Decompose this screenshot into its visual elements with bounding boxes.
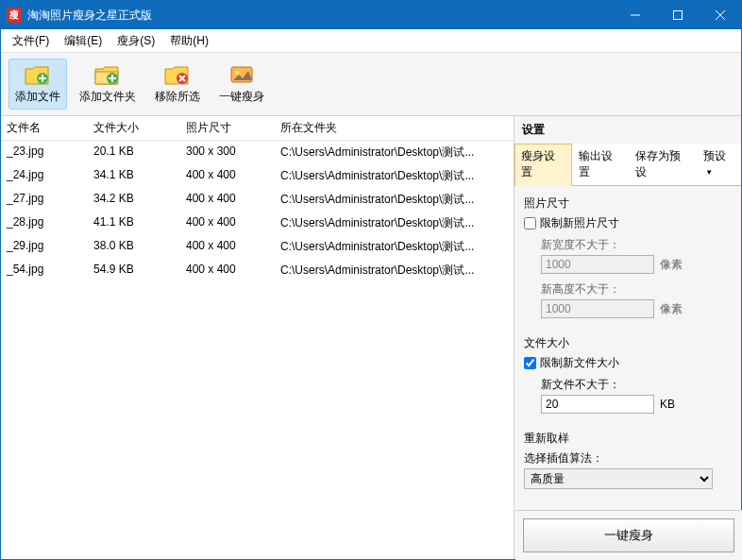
table-row[interactable]: _28.jpg41.1 KB400 x 400C:\Users\Administ… — [1, 212, 514, 235]
cell-size: 41.1 KB — [88, 212, 180, 235]
photo-size-section: 照片尺寸 限制新照片尺寸 新宽度不大于： 像素 新高度不大于： 像素 — [524, 195, 732, 318]
add-folder-icon — [93, 63, 123, 86]
window-controls — [614, 1, 741, 29]
table-row[interactable]: _23.jpg20.1 KB300 x 300C:\Users\Administ… — [1, 141, 514, 164]
toolbar: 添加文件 添加文件夹 移除所选 一键瘦身 — [1, 53, 741, 116]
menu-slim[interactable]: 瘦身(S) — [110, 30, 162, 52]
run-button[interactable]: 一键瘦身 — [523, 518, 734, 552]
tab-preset[interactable]: 预设▼ — [697, 144, 741, 185]
content-area: 文件名 文件大小 照片尺寸 所在文件夹 _23.jpg20.1 KB300 x … — [1, 116, 741, 560]
kb-unit: KB — [660, 398, 675, 411]
limit-photo-size-checkbox[interactable] — [524, 217, 536, 229]
settings-body: 照片尺寸 限制新照片尺寸 新宽度不大于： 像素 新高度不大于： 像素 — [514, 186, 741, 560]
cell-dim: 400 x 400 — [180, 235, 275, 259]
column-folder[interactable]: 所在文件夹 — [275, 116, 514, 140]
settings-tabs: 瘦身设置 输出设置 保存为预设 预设▼ — [514, 144, 741, 186]
cell-name: _23.jpg — [1, 141, 88, 164]
new-file-label: 新文件不大于： — [541, 377, 732, 393]
table-row[interactable]: _54.jpg54.9 KB400 x 400C:\Users\Administ… — [1, 259, 514, 282]
new-file-size-input[interactable] — [541, 395, 654, 414]
column-name[interactable]: 文件名 — [1, 116, 88, 140]
new-height-label: 新高度不大于： — [541, 281, 732, 297]
new-width-label: 新宽度不大于： — [541, 237, 732, 253]
remove-label: 移除所选 — [155, 89, 200, 105]
column-size[interactable]: 文件大小 — [88, 116, 180, 140]
limit-file-size-checkbox[interactable] — [524, 357, 536, 369]
resample-label: 重新取样 — [524, 431, 732, 447]
file-size-label: 文件大小 — [524, 335, 732, 351]
settings-title: 设置 — [514, 116, 741, 144]
one-key-slim-button[interactable]: 一键瘦身 — [212, 59, 271, 110]
file-list-header: 文件名 文件大小 照片尺寸 所在文件夹 — [1, 116, 514, 141]
cell-folder: C:\Users\Administrator\Desktop\测试... — [275, 188, 514, 212]
footer: 一键瘦身 — [515, 510, 742, 560]
add-file-button[interactable]: 添加文件 — [8, 59, 67, 110]
minimize-button[interactable] — [614, 1, 656, 29]
cell-name: _27.jpg — [1, 188, 88, 212]
tab-slim-settings[interactable]: 瘦身设置 — [514, 144, 572, 186]
close-button[interactable] — [699, 1, 741, 29]
svg-rect-1 — [673, 11, 682, 20]
table-row[interactable]: _24.jpg34.1 KB400 x 400C:\Users\Administ… — [1, 164, 514, 188]
maximize-button[interactable] — [656, 1, 699, 29]
add-file-label: 添加文件 — [15, 89, 60, 105]
cell-folder: C:\Users\Administrator\Desktop\测试... — [275, 164, 514, 188]
one-key-label: 一键瘦身 — [219, 89, 264, 105]
svg-point-8 — [235, 71, 239, 75]
menu-edit[interactable]: 编辑(E) — [57, 30, 110, 52]
photo-size-label: 照片尺寸 — [524, 195, 732, 212]
cell-folder: C:\Users\Administrator\Desktop\测试... — [275, 235, 514, 259]
algorithm-select[interactable]: 高质量 — [524, 468, 713, 489]
cell-size: 20.1 KB — [88, 141, 180, 164]
algorithm-label: 选择插值算法： — [524, 450, 732, 467]
add-folder-button[interactable]: 添加文件夹 — [73, 59, 143, 110]
new-width-input[interactable] — [541, 255, 654, 274]
cell-folder: C:\Users\Administrator\Desktop\测试... — [275, 141, 514, 164]
px-unit: 像素 — [660, 257, 683, 273]
cell-dim: 400 x 400 — [180, 212, 275, 235]
cell-name: _29.jpg — [1, 235, 88, 259]
file-size-section: 文件大小 限制新文件大小 新文件不大于： KB — [524, 335, 732, 414]
cell-folder: C:\Users\Administrator\Desktop\测试... — [275, 259, 514, 282]
title-bar: 瘦 淘淘照片瘦身之星正式版 — [1, 1, 741, 29]
remove-selected-button[interactable]: 移除所选 — [148, 59, 207, 110]
settings-panel: 设置 瘦身设置 输出设置 保存为预设 预设▼ 照片尺寸 限制新照片尺寸 新宽度不… — [514, 116, 741, 560]
menu-bar: 文件(F) 编辑(E) 瘦身(S) 帮助(H) — [1, 29, 741, 53]
cell-dim: 300 x 300 — [180, 141, 275, 164]
cell-name: _24.jpg — [1, 164, 88, 188]
cell-size: 34.1 KB — [88, 164, 180, 188]
add-folder-label: 添加文件夹 — [79, 89, 136, 105]
cell-name: _54.jpg — [1, 259, 88, 282]
table-row[interactable]: _27.jpg34.2 KB400 x 400C:\Users\Administ… — [1, 188, 514, 212]
tab-save-preset[interactable]: 保存为预设 — [629, 144, 697, 185]
dropdown-arrow-icon: ▼ — [705, 168, 713, 177]
cell-size: 34.2 KB — [88, 188, 180, 212]
file-list-panel: 文件名 文件大小 照片尺寸 所在文件夹 _23.jpg20.1 KB300 x … — [1, 116, 514, 560]
table-row[interactable]: _29.jpg38.0 KB400 x 400C:\Users\Administ… — [1, 235, 514, 259]
file-list-body[interactable]: _23.jpg20.1 KB300 x 300C:\Users\Administ… — [1, 141, 514, 560]
limit-file-size-label: 限制新文件大小 — [540, 355, 619, 371]
cell-dim: 400 x 400 — [180, 188, 275, 212]
menu-help[interactable]: 帮助(H) — [162, 30, 216, 52]
tab-preset-label: 预设 — [703, 149, 726, 162]
one-key-icon — [227, 63, 257, 86]
cell-name: _28.jpg — [1, 212, 88, 235]
tab-output-settings[interactable]: 输出设置 — [572, 144, 630, 185]
cell-size: 54.9 KB — [88, 259, 180, 282]
cell-dim: 400 x 400 — [180, 164, 275, 188]
remove-icon — [162, 63, 193, 86]
cell-folder: C:\Users\Administrator\Desktop\测试... — [275, 212, 514, 235]
window-title: 淘淘照片瘦身之星正式版 — [27, 8, 614, 24]
cell-dim: 400 x 400 — [180, 259, 275, 282]
px-unit-2: 像素 — [660, 301, 683, 317]
limit-photo-size-label: 限制新照片尺寸 — [540, 215, 619, 231]
resample-section: 重新取样 选择插值算法： 高质量 — [524, 431, 732, 489]
add-file-icon — [23, 63, 53, 86]
column-dimensions[interactable]: 照片尺寸 — [180, 116, 275, 140]
menu-file[interactable]: 文件(F) — [5, 30, 57, 52]
app-icon: 瘦 — [7, 8, 22, 23]
new-height-input[interactable] — [541, 299, 654, 318]
cell-size: 38.0 KB — [88, 235, 180, 259]
